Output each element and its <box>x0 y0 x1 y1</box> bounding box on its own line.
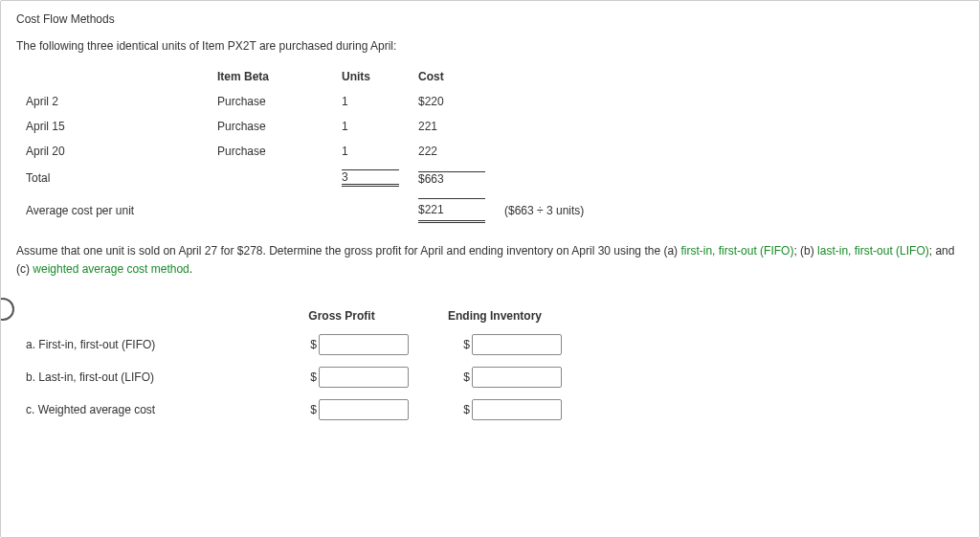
answer-header-row: Gross Profit Ending Inventory <box>16 303 571 328</box>
total-units: 3 <box>342 169 399 187</box>
average-row: Average cost per unit $221 ($663 ÷ 3 uni… <box>16 192 593 229</box>
cell-type: Purchase <box>208 114 332 139</box>
cell-units: 1 <box>332 114 409 139</box>
header-units: Units <box>332 64 409 89</box>
answer-table: Gross Profit Ending Inventory a. First-i… <box>16 303 571 426</box>
fifo-gross-profit-input[interactable] <box>319 334 409 355</box>
purchase-table: Item Beta Units Cost April 2 Purchase 1 … <box>16 64 593 229</box>
instr-mid1: ; (b) <box>793 244 817 258</box>
intro-text: The following three identical units of I… <box>16 39 964 53</box>
total-label: Total <box>16 164 208 192</box>
field-wrap: $ <box>275 367 409 388</box>
average-label: Average cost per unit <box>16 192 208 229</box>
wavg-ending-inventory-input[interactable] <box>472 399 562 420</box>
header-item: Item Beta <box>208 64 332 89</box>
field-wrap: $ <box>428 367 562 388</box>
lifo-ending-inventory-input[interactable] <box>472 367 562 388</box>
cell-cost: 222 <box>409 139 495 164</box>
answer-row-fifo: a. First-in, first-out (FIFO) $ $ <box>16 328 571 361</box>
total-row: Total 3 $663 <box>16 164 593 192</box>
dollar-sign: $ <box>463 370 470 384</box>
header-gross-profit: Gross Profit <box>265 303 418 328</box>
table-row: April 20 Purchase 1 222 <box>16 139 593 164</box>
field-wrap: $ <box>428 399 562 420</box>
field-wrap: $ <box>275 334 409 355</box>
cell-cost: 221 <box>409 114 495 139</box>
cell-units: 1 <box>332 139 409 164</box>
header-extra <box>495 64 593 89</box>
average-cost: $221 <box>418 198 485 223</box>
dollar-sign: $ <box>310 403 317 416</box>
decorative-ellipse <box>0 298 14 321</box>
instr-lifo: last-in, first-out (LIFO) <box>817 244 929 258</box>
dollar-sign: $ <box>310 338 317 351</box>
cell-units: 1 <box>332 89 409 114</box>
cell-date: April 15 <box>16 114 208 139</box>
dollar-sign: $ <box>463 338 470 351</box>
field-wrap: $ <box>275 399 409 420</box>
header-cost: Cost <box>409 64 495 89</box>
table-row: April 15 Purchase 1 221 <box>16 114 593 139</box>
fifo-ending-inventory-input[interactable] <box>472 334 562 355</box>
lifo-gross-profit-input[interactable] <box>319 367 409 388</box>
page-title: Cost Flow Methods <box>16 12 964 26</box>
instr-fifo: first-in, first-out (FIFO) <box>680 244 793 258</box>
dollar-sign: $ <box>310 370 317 384</box>
purchase-header-row: Item Beta Units Cost <box>16 64 593 89</box>
instr-pre: Assume that one unit is sold on April 27… <box>16 244 680 258</box>
cell-cost: $220 <box>409 89 495 114</box>
answer-row-lifo: b. Last-in, first-out (LIFO) $ $ <box>16 361 571 393</box>
instructions: Assume that one unit is sold on April 27… <box>16 242 964 279</box>
cell-type: Purchase <box>208 139 332 164</box>
average-note: ($663 ÷ 3 units) <box>495 192 593 229</box>
cell-date: April 2 <box>16 89 208 114</box>
cell-type: Purchase <box>208 89 332 114</box>
header-blank <box>16 64 208 89</box>
answer-row-wavg: c. Weighted average cost $ $ <box>16 393 571 426</box>
answer-label: b. Last-in, first-out (LIFO) <box>16 361 265 393</box>
page-container: Cost Flow Methods The following three id… <box>0 0 980 538</box>
answer-label: c. Weighted average cost <box>16 393 265 426</box>
total-cost: $663 <box>418 171 485 186</box>
table-row: April 2 Purchase 1 $220 <box>16 89 593 114</box>
answer-label: a. First-in, first-out (FIFO) <box>16 328 265 361</box>
dollar-sign: $ <box>463 403 470 416</box>
field-wrap: $ <box>428 334 562 355</box>
header-ending-inventory: Ending Inventory <box>418 303 571 328</box>
instr-post: . <box>189 262 192 276</box>
instr-wavg: weighted average cost method <box>33 262 189 276</box>
wavg-gross-profit-input[interactable] <box>319 399 409 420</box>
cell-date: April 20 <box>16 139 208 164</box>
